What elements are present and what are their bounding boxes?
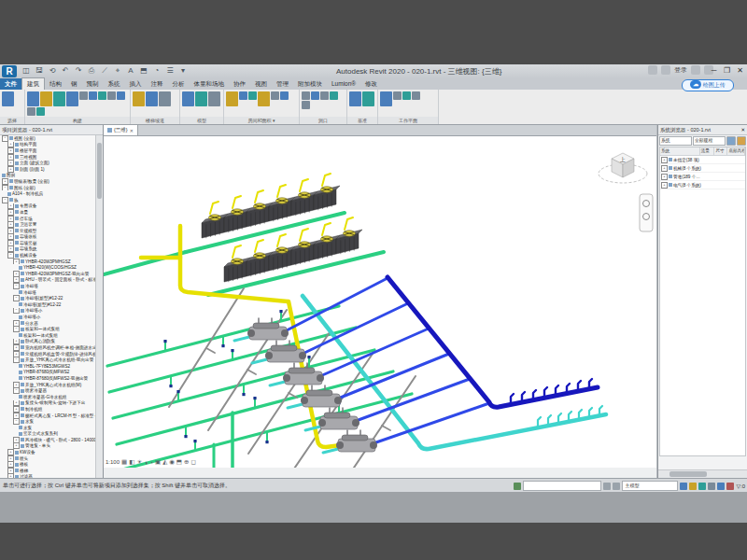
status-toggle-icon[interactable] (698, 483, 706, 490)
tree-item[interactable]: 冷却塔小 (0, 314, 96, 320)
ribbon-button-修改[interactable] (2, 91, 14, 106)
restore-button[interactable]: ❐ (722, 64, 732, 77)
ribbon-button-墙[interactable] (320, 91, 329, 100)
tag-icon[interactable]: ⌖ (112, 65, 123, 77)
undo-icon[interactable]: ↶ (60, 65, 71, 77)
tree-expander-icon[interactable]: − (13, 357, 20, 363)
crop-view-icon[interactable]: ◔ (149, 459, 153, 466)
project-browser-scrollbar[interactable] (95, 135, 103, 478)
tree-item[interactable]: 喷雾冷凝器-G冷水机组 (0, 394, 96, 400)
tree-expander-icon[interactable]: + (7, 160, 14, 166)
tab-系统[interactable]: 系统 (104, 78, 125, 90)
tab-Lumion®[interactable]: Lumion® (327, 78, 360, 90)
status-toggle-icon[interactable] (726, 483, 734, 490)
ribbon-button-面积边界[interactable] (271, 91, 279, 100)
view-tab-close-icon[interactable]: ✕ (130, 128, 134, 133)
tree-expander-icon[interactable]: − (13, 387, 20, 394)
view-tab-3d[interactable]: {三维} ✕ (104, 125, 138, 135)
tree-expander-icon[interactable]: + (7, 209, 14, 216)
close-button[interactable]: ✕ (735, 64, 745, 77)
sb-column-底部高程[interactable]: 底部高程 (727, 147, 745, 155)
sb-column-系统[interactable]: 系统 (660, 147, 700, 155)
sb-expander-icon[interactable]: + (661, 182, 668, 189)
tab-插入[interactable]: 插入 (125, 78, 147, 90)
tree-expander-icon[interactable]: − (2, 197, 8, 203)
tree-item[interactable]: −喷雾冷凝器 (0, 387, 96, 394)
design-options-icon[interactable] (613, 483, 620, 490)
section-icon[interactable]: ◔ (151, 65, 162, 77)
tree-item[interactable]: +泵接头-锻制弯头-旋转-下进下出 (0, 400, 96, 407)
ribbon-button-模型文字[interactable] (182, 91, 194, 106)
selection-filter-count[interactable]: ▽:0 (736, 483, 745, 489)
tree-item[interactable]: +风冷模块 - 暖气 - 卧式 - 2800 - 14000 kW (0, 437, 96, 443)
tab-预制[interactable]: 预制 (82, 78, 104, 90)
ribbon-button-标记面积[interactable] (280, 91, 289, 100)
scale-button[interactable]: 1:100 (106, 459, 120, 465)
measure-icon[interactable]: ⟋ (99, 65, 110, 77)
status-toggle-icon[interactable] (708, 483, 715, 490)
tree-item[interactable]: +幕墙系统 (0, 246, 96, 253)
tree-expander-icon[interactable]: + (7, 166, 14, 173)
tree-item[interactable]: −冷却塔(新型)#12-22 (0, 295, 96, 301)
tree-item[interactable]: −族 (0, 197, 96, 203)
ribbon-button-房间分隔[interactable] (239, 91, 247, 100)
tree-item[interactable]: 水泵 (0, 425, 96, 431)
crop-region-icon[interactable]: ▣ (155, 458, 161, 466)
tab-体量和场地[interactable]: 体量和场地 (190, 78, 230, 90)
ribbon-button-楼梯[interactable] (159, 91, 171, 106)
tree-expander-icon[interactable]: + (13, 259, 20, 265)
tree-item[interactable]: +卧式离心消防泵 (0, 339, 96, 345)
tab-修改[interactable]: 修改 (360, 78, 382, 90)
shadows-icon[interactable]: ◑ (144, 459, 148, 466)
tab-协作[interactable]: 协作 (229, 78, 250, 90)
tree-expander-icon[interactable]: + (13, 351, 20, 357)
tree-item[interactable]: +楼层平面 (0, 147, 96, 154)
temporary-view-icon[interactable]: ⬒ (176, 458, 182, 466)
sb-row[interactable]: +电气(8 个系统) (660, 181, 745, 189)
revit-logo-button[interactable]: R (2, 65, 17, 77)
system-view-select[interactable]: 系统 (659, 136, 692, 146)
ribbon-button-天花板[interactable] (98, 91, 106, 100)
account-icon[interactable] (661, 65, 670, 75)
worksets-icon[interactable] (514, 483, 521, 490)
tree-item[interactable]: +室内机组风机空调柜-单相-侧面进水出口带格栅 (0, 344, 96, 351)
status-toggle-icon[interactable] (680, 483, 687, 490)
system-browser-close-icon[interactable]: ✕ (740, 125, 745, 134)
sb-column-尺寸[interactable]: 尺寸 (714, 147, 727, 155)
tree-expander-icon[interactable]: + (7, 147, 14, 154)
tree-expander-icon[interactable]: + (13, 344, 20, 351)
print-icon[interactable]: ⎙ (86, 65, 97, 77)
tree-item[interactable]: +幕墙竖梃 (0, 240, 96, 246)
ribbon-button-参照平面[interactable] (402, 91, 411, 100)
tree-expander-icon[interactable]: + (7, 455, 14, 462)
tree-expander-icon[interactable]: + (7, 240, 14, 246)
sb-expander-icon[interactable]: + (661, 157, 668, 163)
ribbon-button-老虎窗[interactable] (302, 101, 310, 109)
tree-item[interactable]: +YHBR-420W3PMHGSZ-双向出管 (0, 271, 96, 277)
tree-item[interactable]: 板架和一体式泵组 (0, 332, 96, 339)
ribbon-button-竖梃[interactable] (36, 107, 45, 116)
system-browser-title[interactable]: 系统浏览器 - 020-1.rvt ✕ (658, 125, 747, 135)
autofit-columns-icon[interactable] (726, 136, 736, 146)
visual-style-icon[interactable]: ◧ (129, 458, 134, 466)
ribbon-button-屋顶[interactable] (89, 91, 97, 100)
ribbon-button-标记房间[interactable] (248, 91, 257, 100)
tab-注释[interactable]: 注释 (147, 78, 168, 90)
tree-item[interactable]: +常规模型 (0, 228, 96, 234)
sb-expander-icon[interactable]: + (661, 165, 668, 172)
tree-item[interactable]: −水泵 (0, 418, 96, 425)
temporary-hide-icon[interactable]: ◭ (162, 458, 167, 466)
tree-item[interactable]: +卫浴装置 (0, 221, 96, 228)
ribbon-button-坡道[interactable] (146, 91, 158, 106)
tree-expander-icon[interactable]: + (13, 382, 20, 388)
tree-expander-icon[interactable]: − (7, 252, 14, 259)
ribbon-button-面积[interactable] (258, 91, 270, 106)
redo-icon[interactable]: ↷ (73, 65, 84, 77)
tree-item[interactable]: 冷却塔(新型)#12-22 (0, 301, 96, 308)
tree-expander-icon[interactable]: − (13, 418, 20, 425)
tree-expander-icon[interactable]: + (13, 271, 20, 277)
editable-only-icon[interactable] (603, 483, 611, 490)
tree-expander-icon[interactable]: − (13, 295, 20, 301)
tree-expander-icon[interactable]: + (7, 216, 14, 222)
tree-item[interactable]: +制冷机组 (0, 406, 96, 413)
